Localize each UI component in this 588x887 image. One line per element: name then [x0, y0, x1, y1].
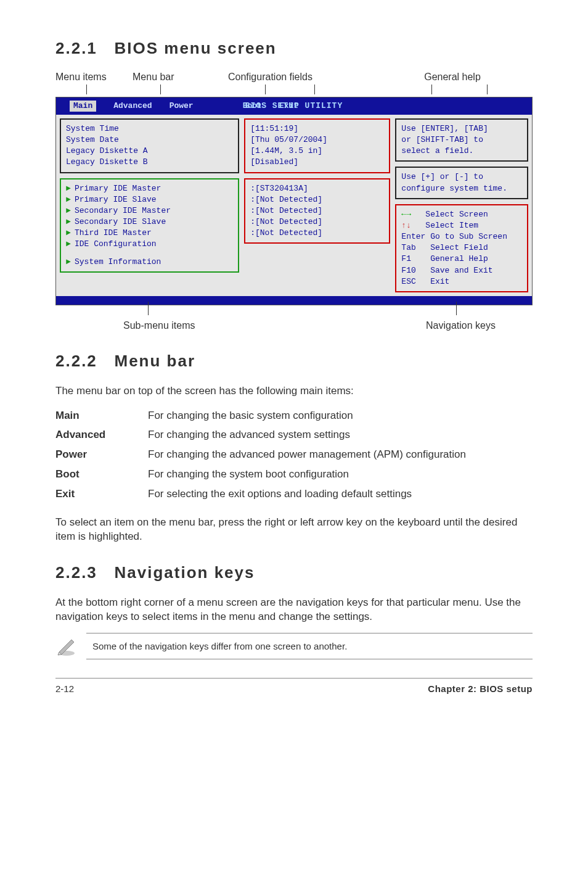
- config-value[interactable]: [11:51:19]: [250, 123, 384, 134]
- submenu-label: Third IDE Master: [75, 228, 152, 237]
- s2-intro: The menu bar on top of the screen has th…: [55, 384, 533, 398]
- config-value: :[Not Detected]: [250, 217, 384, 228]
- submenu-arrow-icon: ►: [66, 194, 71, 205]
- note-text: Some of the navigation keys differ from …: [92, 641, 347, 651]
- config-value: :[Not Detected]: [250, 205, 384, 217]
- nav-line: ↑↓ Select Item: [401, 220, 522, 231]
- diagram-bottom-ticks: [55, 305, 533, 319]
- submenu-label: Secondary IDE Slave: [75, 217, 166, 226]
- bios-footer-bar: [56, 296, 532, 305]
- submenu-label: Primary IDE Master: [75, 184, 161, 193]
- submenu-item[interactable]: ►Secondary IDE Master: [66, 205, 233, 217]
- diagram-top-labels: Menu items Menu bar Configuration fields…: [55, 70, 533, 84]
- menu-bar-definitions: MainFor changing the basic system config…: [55, 406, 533, 504]
- submenu-item[interactable]: ►Third IDE Master: [66, 228, 233, 239]
- arrow-lr-icon: ←→: [401, 210, 411, 219]
- pencil-note-icon: [55, 635, 78, 657]
- tab-advanced[interactable]: Advanced: [113, 101, 152, 112]
- bios-screenshot: BIOS SETUP UTILITY Main Advanced Power B…: [55, 97, 533, 305]
- tab-power[interactable]: Power: [169, 101, 194, 112]
- def-term: Advanced: [55, 425, 148, 445]
- submenu-arrow-icon: ►: [66, 205, 71, 217]
- def-term: Power: [55, 445, 148, 464]
- bios-right-column: Use [ENTER], [TAB] or [SHIFT-TAB] to sel…: [395, 118, 528, 292]
- table-row: AdvancedFor changing the advanced system…: [55, 425, 533, 445]
- submenu-label: System Information: [75, 257, 161, 266]
- table-row: PowerFor changing the advanced power man…: [55, 445, 533, 464]
- tab-main[interactable]: Main: [70, 101, 96, 112]
- nav-line: F10 Save and Exit: [401, 265, 522, 276]
- config-value[interactable]: [Thu 05/07/2004]: [250, 134, 384, 146]
- help-text: Use [+] or [-] to: [401, 171, 522, 183]
- table-row: ExitFor selecting the exit options and l…: [55, 484, 533, 504]
- nav-line: Tab Select Field: [401, 242, 522, 254]
- def-desc: For changing the advanced power manageme…: [148, 445, 533, 464]
- def-desc: For changing the basic system configurat…: [148, 406, 533, 426]
- config-value: :[Not Detected]: [250, 228, 384, 239]
- section-num: 2.2.3: [55, 563, 97, 582]
- page-number: 2-12: [55, 682, 74, 695]
- label-menu-bar: Menu bar: [133, 70, 203, 84]
- section-title-221: 2.2.1 BIOS menu screen: [55, 37, 533, 59]
- label-sub-menu-items: Sub-menu items: [123, 319, 195, 332]
- label-navigation-keys: Navigation keys: [426, 319, 496, 332]
- submenu-item[interactable]: ►Primary IDE Slave: [66, 194, 233, 205]
- nav-line: Enter Go to Sub Screen: [401, 231, 522, 242]
- submenu-arrow-icon: ►: [66, 217, 71, 228]
- bios-titlebar: BIOS SETUP UTILITY Main Advanced Power B…: [56, 97, 532, 115]
- submenu-item[interactable]: ►IDE Configuration: [66, 239, 233, 250]
- diagram-bottom-labels: Sub-menu items Navigation keys: [55, 319, 533, 332]
- s2-para2: To select an item on the menu bar, press…: [55, 515, 533, 545]
- note-box: Some of the navigation keys differ from …: [86, 633, 533, 659]
- def-term: Exit: [55, 484, 148, 504]
- nav-label: Select Item: [411, 221, 478, 230]
- nav-label: Select Screen: [411, 210, 488, 219]
- section-heading: BIOS menu screen: [115, 39, 277, 57]
- bios-help-panel-2: Use [+] or [-] to configure system time.: [395, 167, 528, 199]
- bios-left-top-panel: System Time System Date Legacy Diskette …: [60, 118, 239, 173]
- submenu-item[interactable]: ►Secondary IDE Slave: [66, 217, 233, 228]
- submenu-arrow-icon: ►: [66, 183, 71, 194]
- s3-para: At the bottom right corner of a menu scr…: [55, 595, 533, 625]
- submenu-label: IDE Configuration: [75, 239, 157, 249]
- label-menu-items: Menu items: [55, 70, 139, 84]
- diagram-top-ticks: [55, 85, 533, 97]
- def-term: Boot: [55, 464, 148, 484]
- tab-exit[interactable]: Exit: [279, 101, 298, 112]
- bios-menu-tabs: Main Advanced Power Boot Exit: [56, 101, 298, 112]
- help-text: or [SHIFT-TAB] to: [401, 134, 522, 146]
- submenu-arrow-icon: ►: [66, 257, 71, 268]
- help-text: select a field.: [401, 146, 522, 157]
- bios-left-submenu-panel: ►Primary IDE Master ►Primary IDE Slave ►…: [60, 178, 239, 273]
- bios-mid-column: [11:51:19] [Thu 05/07/2004] [1.44M, 3.5 …: [244, 118, 390, 292]
- submenu-arrow-icon: ►: [66, 228, 71, 239]
- label-config-fields: Configuration fields: [228, 70, 382, 84]
- submenu-item[interactable]: ►System Information: [66, 257, 233, 268]
- list-item: System Date: [66, 134, 233, 146]
- bios-body: System Time System Date Legacy Diskette …: [56, 115, 532, 296]
- submenu-item[interactable]: ►Primary IDE Master: [66, 183, 233, 194]
- bios-config-bottom-panel: :[ST320413A] :[Not Detected] :[Not Detec…: [244, 178, 390, 244]
- table-row: MainFor changing the basic system config…: [55, 406, 533, 426]
- config-value[interactable]: [Disabled]: [250, 157, 384, 168]
- chapter-label: Chapter 2: BIOS setup: [428, 682, 533, 695]
- arrow-ud-icon: ↑↓: [401, 221, 411, 230]
- def-desc: For changing the system boot configurati…: [148, 464, 533, 484]
- table-row: BootFor changing the system boot configu…: [55, 464, 533, 484]
- bios-help-panel-1: Use [ENTER], [TAB] or [SHIFT-TAB] to sel…: [395, 118, 528, 162]
- bios-nav-keys-panel: ←→ Select Screen ↑↓ Select Item Enter Go…: [395, 204, 528, 292]
- nav-line: F1 General Help: [401, 254, 522, 265]
- config-value[interactable]: [1.44M, 3.5 in]: [250, 146, 384, 157]
- def-desc: For changing the advanced system setting…: [148, 425, 533, 445]
- page-footer: 2-12 Chapter 2: BIOS setup: [55, 678, 533, 695]
- section-heading: Menu bar: [115, 352, 196, 370]
- submenu-arrow-icon: ►: [66, 239, 71, 250]
- section-title-223: 2.2.3 Navigation keys: [55, 561, 533, 584]
- section-title-222: 2.2.2 Menu bar: [55, 350, 533, 372]
- submenu-label: Secondary IDE Master: [75, 206, 171, 215]
- tab-boot[interactable]: Boot: [243, 101, 262, 112]
- list-item: System Time: [66, 123, 233, 134]
- config-value: :[ST320413A]: [250, 183, 384, 194]
- help-text: Use [ENTER], [TAB]: [401, 123, 522, 134]
- bios-config-top-panel: [11:51:19] [Thu 05/07/2004] [1.44M, 3.5 …: [244, 118, 390, 173]
